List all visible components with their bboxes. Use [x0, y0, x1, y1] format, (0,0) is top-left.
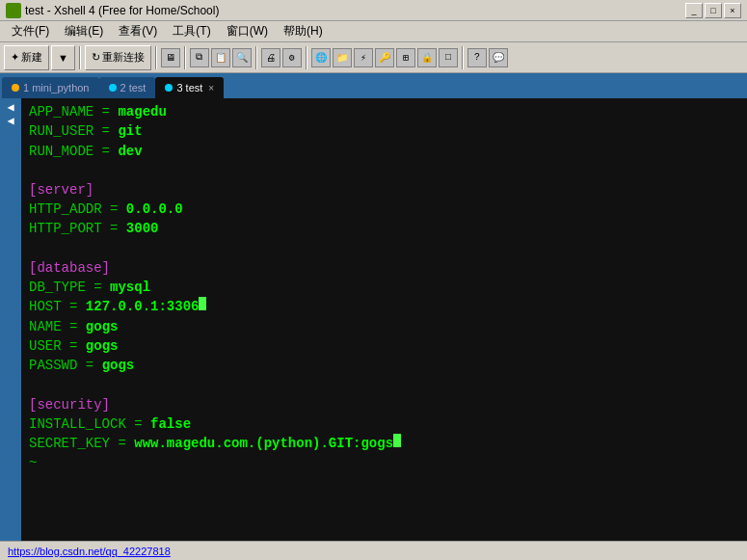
line-host: HOST = 127.0.0.1:3306: [29, 297, 739, 316]
new-label: 新建: [21, 50, 42, 65]
cursor-end: [393, 434, 401, 447]
help-icon[interactable]: ?: [467, 48, 487, 67]
lightning-icon[interactable]: ⚡: [354, 48, 373, 67]
window-controls[interactable]: _ □ ×: [685, 3, 741, 18]
toolbar: ✦ 新建 ▼ ↻ 重新连接 🖥 ⧉ 📋 🔍 🖨 ⚙ 🌐 📁 ⚡ 🔑 ⊞ 🔒 □ …: [0, 42, 747, 73]
reconnect-icon: ↻: [92, 51, 100, 64]
reconnect-button[interactable]: ↻ 重新连接: [85, 45, 151, 70]
menu-edit[interactable]: 编辑(E): [57, 21, 111, 41]
tab-bar: 1 mini_python 2 test 3 test ×: [0, 73, 747, 98]
lock-icon[interactable]: 🔒: [417, 48, 437, 67]
content-area: APP_NAME = magedu RUN_USER = git RUN_MOD…: [21, 98, 747, 541]
status-bar: https://blog.csdn.net/qq_42227818: [0, 541, 747, 560]
menu-view[interactable]: 查看(V): [111, 21, 165, 41]
line-server: [server]: [29, 180, 739, 200]
new-button[interactable]: ✦ 新建: [4, 45, 49, 70]
line-run-user: RUN_USER = git: [29, 121, 739, 141]
new-icon: ✦: [11, 51, 19, 64]
sidebar-arrow-up[interactable]: ◀: [7, 102, 13, 114]
tab-label-2: 2 test: [120, 82, 147, 93]
app-icon: [6, 3, 21, 18]
line-passwd: PASSWD = gogs: [29, 356, 739, 375]
globe-icon[interactable]: 🌐: [311, 48, 331, 67]
line-name: NAME = gogs: [29, 317, 739, 336]
cursor: [199, 297, 206, 310]
line-secret-key: SECRET_KEY = www.magedu.com.(python).GIT…: [29, 434, 739, 453]
separator4: [255, 46, 257, 69]
line-tilde: ~: [29, 453, 739, 472]
line-security: [security]: [29, 395, 739, 414]
menu-window[interactable]: 窗口(W): [219, 21, 276, 41]
separator1: [79, 46, 81, 69]
line-install-lock: INSTALL_LOCK = false: [29, 414, 739, 434]
separator3: [184, 46, 186, 69]
separator2: [155, 46, 157, 69]
line-user: USER = gogs: [29, 336, 739, 356]
line-http-addr: HTTP_ADDR = 0.0.0.0: [29, 200, 739, 219]
monitor-icon[interactable]: 🖥: [161, 48, 180, 67]
line-database: [database]: [29, 258, 739, 278]
tab-dot-3: [165, 84, 173, 92]
tab-mini-python[interactable]: 1 mini_python: [2, 77, 99, 98]
key-icon[interactable]: 🔑: [375, 48, 394, 67]
grid-icon[interactable]: ⊞: [396, 48, 415, 67]
terminal[interactable]: APP_NAME = magedu RUN_USER = git RUN_MOD…: [21, 98, 747, 541]
square-icon[interactable]: □: [439, 48, 458, 67]
menu-file[interactable]: 文件(F): [4, 21, 57, 41]
menu-bar: 文件(F) 编辑(E) 查看(V) 工具(T) 窗口(W) 帮助(H): [0, 21, 747, 42]
tab-test-3[interactable]: 3 test ×: [155, 77, 224, 98]
print-icon[interactable]: 🖨: [261, 48, 280, 67]
maximize-button[interactable]: □: [705, 3, 722, 18]
tab-dot-2: [109, 84, 117, 92]
sidebar: ◀ ◀: [0, 98, 21, 541]
main-area: ◀ ◀ APP_NAME = magedu RUN_USER = git RUN…: [0, 98, 747, 541]
line-run-mode: RUN_MODE = dev: [29, 142, 739, 161]
line-db-type: DB_TYPE = mysql: [29, 278, 739, 297]
status-link[interactable]: https://blog.csdn.net/qq_42227818: [8, 546, 171, 557]
tab-dot-1: [12, 84, 19, 92]
tab-label-3: 3 test: [176, 82, 202, 93]
dropdown-button[interactable]: ▼: [51, 45, 75, 70]
title-bar: test - Xshell 4 (Free for Home/School) _…: [0, 0, 747, 21]
reconnect-label: 重新连接: [102, 50, 145, 65]
chat-icon[interactable]: 💬: [489, 48, 508, 67]
separator5: [306, 46, 307, 69]
blank-2: [29, 239, 739, 258]
settings-icon[interactable]: ⚙: [282, 48, 302, 67]
tab-label-1: 1 mini_python: [23, 82, 90, 93]
tab-close-button[interactable]: ×: [208, 83, 214, 93]
separator6: [462, 46, 464, 69]
line-http-port: HTTP_PORT = 3000: [29, 219, 739, 238]
blank-1: [29, 161, 739, 180]
line-app-name: APP_NAME = magedu: [29, 102, 739, 121]
tab-test-2[interactable]: 2 test: [99, 77, 156, 98]
paste-icon[interactable]: 📋: [211, 48, 230, 67]
blank-3: [29, 376, 739, 395]
copy-icon[interactable]: ⧉: [190, 48, 209, 67]
close-button[interactable]: ×: [724, 3, 741, 18]
sidebar-arrow-down[interactable]: ◀: [7, 116, 13, 127]
menu-tools[interactable]: 工具(T): [165, 21, 218, 41]
minimize-button[interactable]: _: [685, 3, 703, 18]
menu-help[interactable]: 帮助(H): [276, 21, 331, 41]
find-icon[interactable]: 🔍: [232, 48, 252, 67]
folder-icon[interactable]: 📁: [333, 48, 352, 67]
title-text: test - Xshell 4 (Free for Home/School): [25, 4, 685, 17]
